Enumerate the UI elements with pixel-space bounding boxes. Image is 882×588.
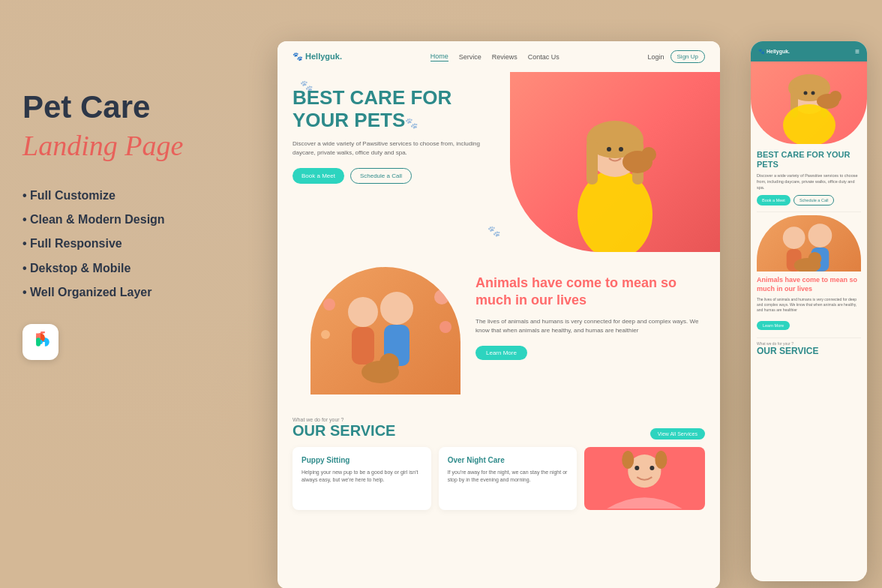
mobile-book-button[interactable]: Book a Meet (757, 195, 790, 206)
svg-point-34 (811, 92, 814, 95)
mobile-hero-desc: Discover a wide variety of Pawsitive ser… (757, 173, 861, 190)
service-card-overnight: Over Night Care If you're away for the n… (439, 447, 578, 510)
divider2 (757, 338, 861, 338)
view-all-button[interactable]: View All Services (650, 428, 705, 440)
hero-section: 🐾 🐾 🐾 ✦ ✦ + BEST CARE FOR YOUR PETS Disc… (278, 72, 720, 252)
service-card-puppy: Puppy Sitting Helping your new pup to be… (292, 447, 431, 510)
hero-image-inner (510, 72, 720, 252)
svg-point-42 (808, 252, 822, 266)
svg-point-22 (440, 321, 452, 333)
login-link[interactable]: Login (647, 53, 664, 61)
feature-item: • Full Responsive (22, 236, 262, 252)
hero-image (510, 72, 720, 252)
svg-rect-3 (36, 338, 40, 346)
services-titles: What we do for your ? OUR SERVICE (292, 417, 395, 440)
hero-buttons: Book a Meet Schedule a Call (292, 168, 488, 184)
services-label: What we do for your ? (292, 417, 395, 422)
service-card-desc: If you're away for the night, we can sta… (448, 469, 568, 484)
service-card-title: Over Night Care (448, 456, 568, 464)
mobile-section2-desc: The lives of animals and humans is very … (757, 297, 861, 313)
mobile-mockup: 🐾 Hellyguk. ≡ BEST CARE FOR YOUR PETS Di… (751, 41, 867, 581)
figma-badge (22, 324, 58, 360)
nav-logo: 🐾 Hellyguk. (292, 52, 342, 62)
nav-reviews[interactable]: Reviews (492, 53, 518, 61)
main-title: Pet Care (22, 90, 262, 124)
section2-headline: Animals have come to mean so much in our… (476, 274, 705, 310)
svg-point-24 (635, 466, 640, 470)
mobile-content: BEST CARE FOR YOUR PETS Discover a wide … (751, 144, 867, 362)
mobile-navbar: 🐾 Hellyguk. ≡ (751, 41, 867, 62)
hero-content: BEST CARE FOR YOUR PETS Discover a wide … (292, 87, 488, 184)
svg-point-33 (803, 92, 807, 95)
mobile-logo: 🐾 Hellyguk. (758, 49, 790, 55)
svg-point-19 (323, 298, 335, 310)
features-list: • Full Customize • Clean & Modern Design… (22, 188, 262, 302)
nav-links: Home Service Reviews Contac Us (430, 52, 560, 62)
services-title: OUR SERVICE (292, 422, 395, 440)
book-meet-button[interactable]: Book a Meet (292, 168, 344, 184)
svg-point-36 (830, 91, 842, 103)
svg-point-10 (641, 147, 656, 162)
service-card-image (584, 447, 705, 510)
feature-item: • Well Organized Layer (22, 284, 262, 301)
signup-button[interactable]: Sign Up (670, 50, 705, 63)
mobile-schedule-button[interactable]: Schedule a Call (794, 195, 835, 206)
desktop-navbar: 🐾 Hellyguk. Home Service Reviews Contac … (278, 41, 720, 72)
feature-item: • Full Customize (22, 188, 262, 204)
feature-item: • Dekstop & Mobile (22, 260, 262, 277)
nav-home[interactable]: Home (430, 52, 448, 62)
feature-item: • Clean & Modern Design (22, 212, 262, 228)
mobile-menu-icon[interactable]: ≡ (855, 47, 860, 56)
services-header: What we do for your ? OUR SERVICE View A… (292, 417, 705, 440)
divider (757, 212, 861, 212)
section2-desc: The lives of animals and humans is very … (476, 317, 705, 335)
svg-rect-7 (586, 140, 598, 184)
nav-actions: Login Sign Up (647, 50, 705, 63)
svg-point-20 (434, 290, 449, 304)
services-cards: Puppy Sitting Helping your new pup to be… (292, 447, 705, 510)
svg-point-15 (380, 292, 413, 325)
svg-point-25 (650, 466, 655, 470)
svg-rect-14 (352, 327, 374, 364)
nav-service[interactable]: Service (459, 53, 482, 61)
learn-more-button[interactable]: Learn More (476, 346, 527, 360)
mobile-hero-title: BEST CARE FOR YOUR PETS (757, 150, 861, 170)
svg-point-27 (656, 451, 668, 469)
svg-point-39 (808, 224, 832, 248)
svg-point-37 (783, 227, 806, 250)
mobile-section2-image (757, 215, 861, 272)
second-section: Animals have come to mean so much in our… (278, 252, 720, 410)
mobile-hero-image (751, 62, 867, 144)
service-card-title: Puppy Sitting (302, 456, 422, 464)
hero-description: Discover a wide variety of Pawsitive ser… (292, 140, 488, 158)
hero-title: BEST CARE FOR YOUR PETS (292, 87, 488, 132)
services-section: What we do for your ? OUR SERVICE View A… (278, 410, 720, 518)
second-content: Animals have come to mean so much in our… (476, 267, 705, 360)
desktop-mockup: 🐾 Hellyguk. Home Service Reviews Contac … (278, 41, 720, 588)
svg-point-21 (321, 330, 330, 339)
svg-point-18 (380, 353, 399, 373)
mobile-buttons: Book a Meet Schedule a Call (757, 195, 861, 206)
svg-point-26 (622, 451, 634, 469)
paw-icon: 🐾 (488, 225, 500, 237)
second-section-image (310, 267, 460, 394)
script-title: Landing Page (22, 128, 262, 164)
svg-point-11 (607, 147, 611, 152)
left-panel: Pet Care Landing Page • Full Customize •… (22, 90, 262, 360)
svg-point-13 (348, 297, 378, 327)
mobile-section2-title: Animals have come to mean so much in our… (757, 276, 861, 293)
service-card-desc: Helping your new pup to be a good boy or… (302, 469, 422, 484)
nav-contact[interactable]: Contac Us (528, 53, 560, 61)
mobile-learn-button[interactable]: Learn More (757, 321, 790, 330)
mobile-services-title: OUR SERVICE (757, 346, 861, 356)
svg-point-12 (619, 147, 623, 152)
schedule-call-button[interactable]: Schedule a Call (350, 168, 412, 184)
